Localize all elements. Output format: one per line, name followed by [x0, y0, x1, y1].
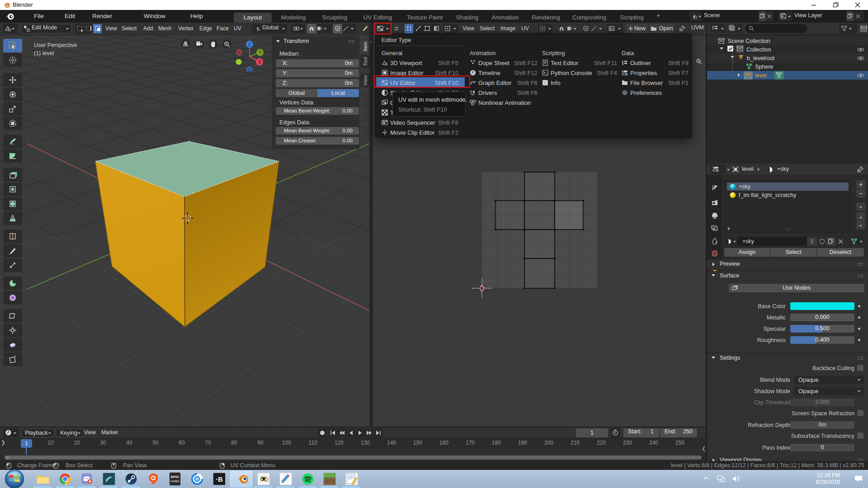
svg-text:GAMES: GAMES	[170, 480, 179, 483]
svg-text:EPIC: EPIC	[171, 475, 179, 479]
svg-text:Y: Y	[259, 50, 262, 55]
svg-text:·B: ·B	[216, 476, 222, 483]
svg-text:i: i	[545, 80, 546, 85]
svg-text:X: X	[258, 60, 261, 65]
svg-text:D: D	[264, 477, 269, 483]
svg-text:Z: Z	[248, 42, 251, 47]
